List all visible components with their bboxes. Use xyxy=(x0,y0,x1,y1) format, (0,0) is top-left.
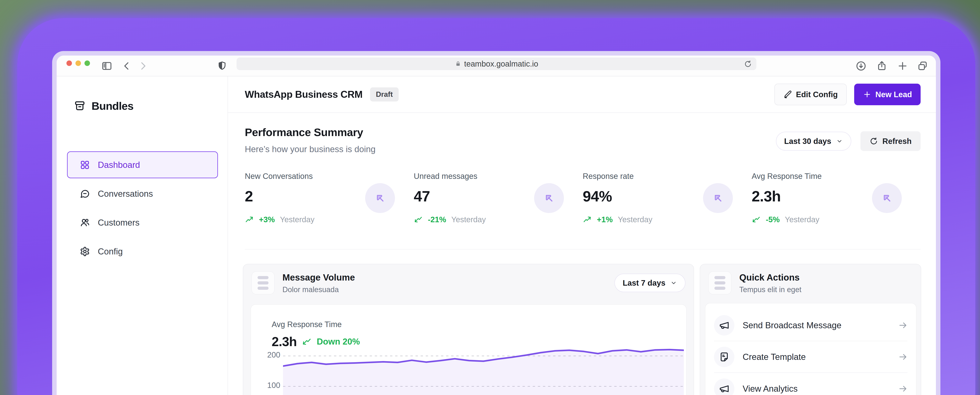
refresh-label: Refresh xyxy=(882,137,912,146)
browser-chrome: teambox.goalmatic.io xyxy=(57,56,936,395)
arrow-right-icon xyxy=(898,321,907,330)
action-label: Create Template xyxy=(743,352,890,362)
quick-actions-card: Quick Actions Tempus elit in eget xyxy=(700,264,921,395)
page-title: WhatsApp Business CRM xyxy=(245,89,363,100)
quick-actions-header: Quick Actions Tempus elit in eget xyxy=(700,264,921,302)
trend-up-icon xyxy=(583,215,592,224)
arrow-right-icon xyxy=(898,384,907,393)
sidebar-item-dashboard[interactable]: Dashboard xyxy=(67,151,218,178)
chart-range-select[interactable]: Last 7 days xyxy=(614,273,686,292)
stat-arrow-badge xyxy=(872,183,902,213)
stat-response-rate: Response rate 94% +1% Yesterday xyxy=(583,172,752,246)
chart-panel: Avg Response Time 2.3h Down 20% 200 xyxy=(250,304,687,395)
stat-period: Yesterday xyxy=(451,215,486,224)
volume-chart xyxy=(283,345,684,395)
reload-icon[interactable] xyxy=(744,60,752,68)
action-create-template[interactable]: Create Template xyxy=(714,341,907,373)
sidebar: Bundles Dashboard xyxy=(57,76,228,395)
app-body: Bundles Dashboard xyxy=(57,76,936,395)
new-lead-label: New Lead xyxy=(875,90,912,99)
main-area: WhatsApp Business CRM Draft Edit Config … xyxy=(228,76,936,395)
tab-overview-icon[interactable] xyxy=(917,61,928,72)
stat-new-conversations: New Conversations 2 +3% Yesterday xyxy=(245,172,414,246)
card-subtitle: Dolor malesuada xyxy=(282,285,355,294)
edit-config-button[interactable]: Edit Config xyxy=(775,84,847,105)
dashboard-content: Performance Summary Here’s how your busi… xyxy=(228,113,936,395)
lock-icon xyxy=(455,61,461,67)
stat-period: Yesterday xyxy=(785,215,819,224)
message-volume-card: Message Volume Dolor malesuada Last 7 da… xyxy=(243,264,694,395)
summary-title: Performance Summary xyxy=(245,126,363,139)
date-range-select[interactable]: Last 30 days xyxy=(776,132,851,150)
stat-label: Unread messages xyxy=(414,172,583,181)
refresh-button[interactable]: Refresh xyxy=(861,131,921,151)
stat-delta: +1% xyxy=(597,215,613,224)
arrow-up-left-icon xyxy=(711,192,724,205)
arrow-right-icon xyxy=(898,352,907,361)
pencil-icon xyxy=(783,90,792,99)
action-send-broadcast[interactable]: Send Broadcast Message xyxy=(714,310,907,341)
traffic-light-close[interactable] xyxy=(67,61,72,66)
downloads-icon[interactable] xyxy=(856,61,867,72)
list-icon xyxy=(708,271,732,294)
action-label: View Analytics xyxy=(743,384,890,393)
list-icon xyxy=(251,271,275,294)
sidebar-toggle-icon[interactable] xyxy=(101,61,112,72)
stats-row: New Conversations 2 +3% Yesterday xyxy=(245,172,921,246)
action-view-analytics[interactable]: View Analytics xyxy=(714,373,907,395)
sidebar-item-conversations[interactable]: Conversations xyxy=(67,180,218,207)
arrow-up-left-icon xyxy=(374,192,387,205)
action-label: Send Broadcast Message xyxy=(743,320,890,330)
forward-icon[interactable] xyxy=(137,61,148,72)
stat-label: Response rate xyxy=(583,172,752,181)
dashboard-grid-icon xyxy=(80,160,90,170)
sidebar-item-customers[interactable]: Customers xyxy=(67,209,218,236)
status-badge: Draft xyxy=(370,87,399,101)
template-file-icon xyxy=(714,347,734,367)
quick-actions-list: Send Broadcast Message xyxy=(705,303,916,395)
stat-delta: -21% xyxy=(428,215,446,224)
stat-unread-messages: Unread messages 47 -21% Yesterday xyxy=(414,172,583,246)
shield-icon[interactable] xyxy=(217,61,227,72)
new-lead-button[interactable]: New Lead xyxy=(854,84,921,105)
metric-label: Avg Response Time xyxy=(272,320,342,329)
stat-arrow-badge xyxy=(703,183,733,213)
date-range-label: Last 30 days xyxy=(784,137,831,146)
arrow-up-left-icon xyxy=(542,192,555,205)
chevron-down-icon xyxy=(836,138,843,145)
summary-subtitle: Here’s how your business is doing xyxy=(245,144,375,154)
y-axis-tick: 100 xyxy=(257,381,280,390)
traffic-light-minimize[interactable] xyxy=(75,61,81,66)
cards-row: Message Volume Dolor malesuada Last 7 da… xyxy=(243,264,921,395)
y-axis-tick: 200 xyxy=(257,350,280,359)
users-icon xyxy=(80,217,90,228)
stat-label: Avg Response Time xyxy=(752,172,921,181)
card-subtitle: Tempus elit in eget xyxy=(739,285,802,294)
bundles-icon xyxy=(74,100,86,112)
chart-area-fill xyxy=(283,350,684,395)
share-icon[interactable] xyxy=(876,61,887,72)
section-divider xyxy=(245,249,921,249)
address-bar[interactable]: teambox.goalmatic.io xyxy=(237,58,756,70)
back-icon[interactable] xyxy=(121,61,132,72)
sidebar-nav: Dashboard Conversations Cu xyxy=(67,151,218,265)
backdrop: teambox.goalmatic.io xyxy=(0,0,980,395)
card-title: Quick Actions xyxy=(739,272,802,283)
sidebar-item-label: Config xyxy=(98,246,123,256)
stat-label: New Conversations xyxy=(245,172,414,181)
stat-period: Yesterday xyxy=(618,215,652,224)
trend-down-icon xyxy=(752,215,760,224)
stat-period: Yesterday xyxy=(280,215,314,224)
sidebar-item-label: Customers xyxy=(98,218,140,227)
megaphone-icon xyxy=(714,379,734,395)
traffic-light-zoom[interactable] xyxy=(84,61,90,66)
megaphone-icon xyxy=(714,315,734,336)
sidebar-item-label: Conversations xyxy=(98,189,153,199)
arrow-up-left-icon xyxy=(880,192,893,205)
new-tab-icon[interactable] xyxy=(897,61,908,72)
chevron-down-icon xyxy=(670,279,677,286)
sidebar-item-config[interactable]: Config xyxy=(67,238,218,265)
brand-name: Bundles xyxy=(92,99,134,112)
page-header: WhatsApp Business CRM Draft Edit Config … xyxy=(228,76,936,113)
card-title: Message Volume xyxy=(282,272,355,283)
